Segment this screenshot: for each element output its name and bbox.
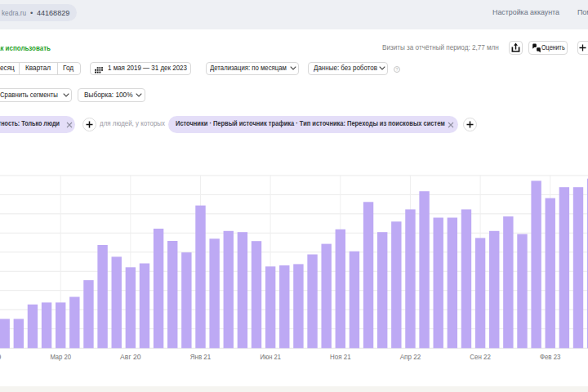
svg-text:Ноя 21: Ноя 21 <box>330 352 351 361</box>
svg-text:Окт 19: Окт 19 <box>0 352 1 361</box>
svg-text:Авг 20: Авг 20 <box>120 352 141 361</box>
svg-text:Сен 22: Сен 22 <box>470 352 491 361</box>
svg-text:Июн 21: Июн 21 <box>260 352 281 361</box>
svg-text:Фев 23: Фев 23 <box>540 352 561 361</box>
svg-text:Апр 22: Апр 22 <box>400 352 421 361</box>
svg-text:Мар 20: Мар 20 <box>50 352 71 361</box>
svg-text:Янв 21: Янв 21 <box>190 352 212 361</box>
